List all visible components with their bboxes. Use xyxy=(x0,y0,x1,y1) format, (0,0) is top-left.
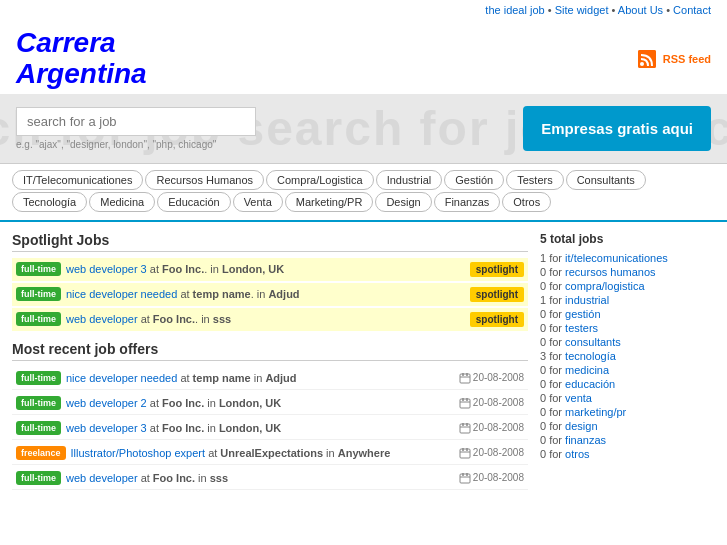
sidebar-count: 0 for xyxy=(540,322,565,334)
job-title-link[interactable]: web developer 2 xyxy=(66,397,147,409)
empresas-button[interactable]: Empresas gratis aqui xyxy=(523,106,711,151)
job-title-link[interactable]: nice developer needed xyxy=(66,372,177,384)
category-tag[interactable]: Consultants xyxy=(566,170,646,190)
nav-sep-1: • xyxy=(548,4,555,16)
job-meta: at temp name in Adjud xyxy=(180,372,296,384)
job-type-badge: full-time xyxy=(16,262,61,276)
job-title-link[interactable]: nice developer needed xyxy=(66,288,177,300)
job-date: 20-08-2008 xyxy=(459,422,524,434)
category-tag[interactable]: Otros xyxy=(502,192,551,212)
logo-line2: Argentina xyxy=(16,59,147,90)
site-logo: Carrera Argentina xyxy=(16,28,147,90)
job-meta: at temp name. in Adjud xyxy=(180,288,299,300)
recent-job-row: freelance Illustrator/Photoshop expert a… xyxy=(12,442,528,465)
sidebar-category-item: 0 for testers xyxy=(540,322,715,334)
sidebar-category-link[interactable]: consultants xyxy=(565,336,621,348)
category-tag[interactable]: Marketing/PR xyxy=(285,192,374,212)
sidebar-category-link[interactable]: tecnología xyxy=(565,350,616,362)
job-title: Illustrator/Photoshop expert at UnrealEx… xyxy=(71,447,391,459)
job-meta: at Foo Inc.. in sss xyxy=(141,313,232,325)
job-date: 20-08-2008 xyxy=(459,472,524,484)
nav-site-widget[interactable]: Site widget xyxy=(555,4,609,16)
sidebar-category-item: 0 for recursos humanos xyxy=(540,266,715,278)
calendar-icon xyxy=(459,397,471,409)
nav-about[interactable]: About Us xyxy=(618,4,663,16)
recent-job-row: full-time nice developer needed at temp … xyxy=(12,367,528,390)
category-tag[interactable]: Gestión xyxy=(444,170,504,190)
spotlight-jobs: full-time web developer 3 at Foo Inc.. i… xyxy=(12,258,528,331)
sidebar-category-link[interactable]: gestión xyxy=(565,308,600,320)
sidebar-category-link[interactable]: design xyxy=(565,420,597,432)
calendar-icon xyxy=(459,422,471,434)
rss-area[interactable]: RSS feed xyxy=(638,50,711,68)
svg-rect-2 xyxy=(460,374,470,383)
category-tag[interactable]: Recursos Humanos xyxy=(145,170,264,190)
category-tag[interactable]: Testers xyxy=(506,170,563,190)
job-type-badge: freelance xyxy=(16,446,66,460)
sidebar-category-item: 1 for industrial xyxy=(540,294,715,306)
sidebar-category-link[interactable]: otros xyxy=(565,448,589,460)
job-title-link[interactable]: web developer 3 xyxy=(66,422,147,434)
sidebar-category-item: 3 for tecnología xyxy=(540,350,715,362)
sidebar-category-link[interactable]: it/telecomunicationes xyxy=(565,252,668,264)
sidebar-category-link[interactable]: testers xyxy=(565,322,598,334)
job-title-link[interactable]: web developer 3 xyxy=(66,263,147,275)
category-tag[interactable]: Venta xyxy=(233,192,283,212)
job-type-badge: full-time xyxy=(16,371,61,385)
spotlight-job-row: full-time web developer at Foo Inc.. in … xyxy=(12,308,528,331)
logo-line1: Carrera xyxy=(16,28,147,59)
category-tag[interactable]: Tecnología xyxy=(12,192,87,212)
category-tag[interactable]: Finanzas xyxy=(434,192,501,212)
sidebar-count: 3 for xyxy=(540,350,565,362)
sidebar-category-link[interactable]: recursos humanos xyxy=(565,266,656,278)
job-title-link[interactable]: Illustrator/Photoshop expert xyxy=(71,447,206,459)
category-row-2: TecnologíaMedicinaEducaciónVentaMarketin… xyxy=(12,192,715,212)
category-tag[interactable]: Industrial xyxy=(376,170,443,190)
category-tag[interactable]: IT/Telecomunicationes xyxy=(12,170,143,190)
sidebar-category-link[interactable]: marketing/pr xyxy=(565,406,626,418)
sidebar-category-item: 0 for design xyxy=(540,420,715,432)
sidebar-category-item: 0 for venta xyxy=(540,392,715,404)
sidebar-category-link[interactable]: finanzas xyxy=(565,434,606,446)
svg-rect-10 xyxy=(460,424,470,433)
spotlight-badge: spotlight xyxy=(470,262,524,277)
recent-job-row: full-time web developer 3 at Foo Inc. in… xyxy=(12,417,528,440)
sidebar-category-link[interactable]: medicina xyxy=(565,364,609,376)
nav-ideal-job[interactable]: the ideal job xyxy=(485,4,544,16)
job-type-badge: full-time xyxy=(16,471,61,485)
spotlight-title: Spotlight Jobs xyxy=(12,232,528,252)
sidebar-category-link[interactable]: educación xyxy=(565,378,615,390)
sidebar-category-link[interactable]: venta xyxy=(565,392,592,404)
category-tag[interactable]: Compra/Logistica xyxy=(266,170,374,190)
category-tag[interactable]: Design xyxy=(375,192,431,212)
nav-contact[interactable]: Contact xyxy=(673,4,711,16)
sidebar-category-link[interactable]: compra/logistica xyxy=(565,280,644,292)
category-tag[interactable]: Medicina xyxy=(89,192,155,212)
job-date: 20-08-2008 xyxy=(459,447,524,459)
sidebar-count: 1 for xyxy=(540,252,565,264)
search-input[interactable] xyxy=(16,107,256,136)
sidebar-category-item: 0 for gestión xyxy=(540,308,715,320)
sidebar-count: 0 for xyxy=(540,392,565,404)
sidebar-count: 0 for xyxy=(540,378,565,390)
job-meta: at UnrealExpectations in Anywhere xyxy=(208,447,390,459)
recent-title: Most recent job offers xyxy=(12,341,528,361)
category-tag[interactable]: Educación xyxy=(157,192,230,212)
job-title: web developer at Foo Inc. in sss xyxy=(66,472,228,484)
sidebar-count: 0 for xyxy=(540,448,565,460)
sidebar-count: 0 for xyxy=(540,336,565,348)
sidebar-items: 1 for it/telecomunicationes0 for recurso… xyxy=(540,252,715,460)
job-title-link[interactable]: web developer xyxy=(66,313,138,325)
sidebar-category-item: 0 for medicina xyxy=(540,364,715,376)
sidebar-count: 0 for xyxy=(540,364,565,376)
calendar-icon xyxy=(459,372,471,384)
job-meta: at Foo Inc.. in London, UK xyxy=(150,263,284,275)
job-title-link[interactable]: web developer xyxy=(66,472,138,484)
job-meta: at Foo Inc. in London, UK xyxy=(150,422,281,434)
job-type-badge: full-time xyxy=(16,287,61,301)
rss-label: RSS feed xyxy=(663,53,711,65)
sidebar-category-link[interactable]: industrial xyxy=(565,294,609,306)
sidebar-count: 1 for xyxy=(540,294,565,306)
sidebar-category-item: 0 for educación xyxy=(540,378,715,390)
sidebar-category-item: 0 for finanzas xyxy=(540,434,715,446)
